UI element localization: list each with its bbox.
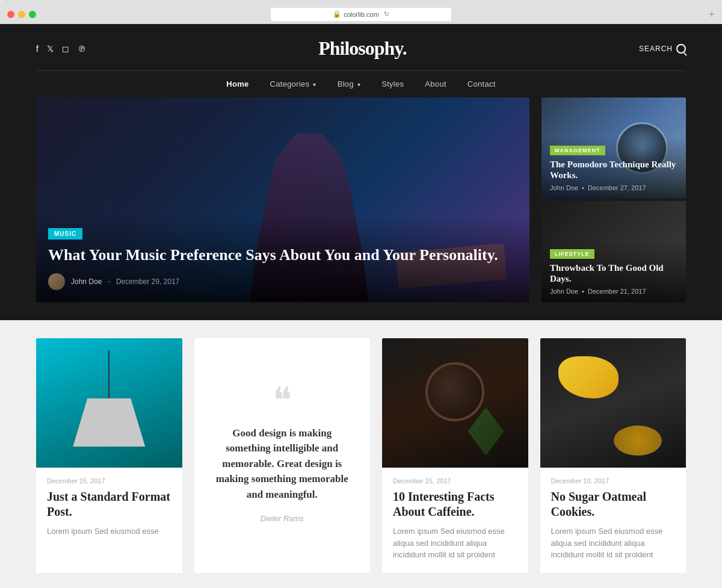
post-coffee-excerpt: Lorem ipsum Sed eiusmod esse aliqua sed … — [393, 525, 517, 561]
quote-text: Good design is making something intellig… — [209, 426, 356, 503]
hero-category-badge[interactable]: MUSIC — [48, 228, 82, 240]
blog-dropdown-arrow: ▾ — [357, 81, 360, 88]
post-coffee-title[interactable]: 10 Interesting Facts About Caffeine. — [393, 489, 517, 519]
url-text: colorlib.com — [344, 11, 379, 18]
post-lamp-date: December 15, 2017 — [47, 477, 171, 484]
address-bar[interactable]: 🔒 colorlib.com ↻ — [271, 8, 451, 21]
nav-item-contact[interactable]: Contact — [467, 78, 496, 89]
side-card-lifestyle-dot: • — [582, 288, 584, 295]
website-content: f 𝕏 ◻ ℗ Philosophy. SEARCH Home — [0, 24, 722, 588]
post-coffee-date: December 15, 2017 — [393, 477, 517, 484]
nav-item-styles[interactable]: Styles — [381, 78, 404, 89]
hero-meta: John Doe • December 29, 2017 — [48, 273, 517, 290]
search-icon — [676, 44, 686, 54]
header-top: f 𝕏 ◻ ℗ Philosophy. SEARCH — [36, 24, 686, 71]
hero-date: December 29, 2017 — [116, 277, 179, 286]
side-card-management-overlay: MANAGEMENT The Pomodoro Technique Really… — [542, 137, 686, 199]
minimize-button[interactable] — [18, 11, 25, 18]
post-card-cookies-body: December 10, 2017 No Sugar Oatmeal Cooki… — [540, 468, 687, 573]
side-card-management-dot: • — [582, 184, 584, 191]
side-card-lifestyle[interactable]: LIFESTYLE Throwback To The Good Old Days… — [542, 201, 686, 302]
hero-overlay: MUSIC What Your Music Preference Says Ab… — [36, 215, 529, 302]
post-card-lamp-image — [36, 338, 182, 468]
side-card-management-badge[interactable]: MANAGEMENT — [550, 146, 605, 155]
hero-side-cards: MANAGEMENT The Pomodoro Technique Really… — [542, 97, 686, 302]
quote-author: Dieter Rams — [261, 514, 304, 523]
content-section: December 15, 2017 Just a Standard Format… — [0, 320, 722, 588]
post-card-lamp[interactable]: December 15, 2017 Just a Standard Format… — [36, 338, 182, 573]
site-header: f 𝕏 ◻ ℗ Philosophy. SEARCH Home — [0, 24, 722, 97]
side-card-management-meta: John Doe • December 27, 2017 — [550, 184, 677, 191]
side-card-lifestyle-meta: John Doe • December 21, 2017 — [550, 288, 677, 295]
side-card-lifestyle-badge[interactable]: LIFESTYLE — [550, 249, 594, 259]
browser-buttons — [7, 11, 36, 18]
nav-item-categories[interactable]: Categories ▾ — [270, 78, 316, 89]
close-button[interactable] — [7, 11, 14, 18]
hero-author: John Doe — [71, 277, 102, 286]
nav-link-home[interactable]: Home — [226, 79, 248, 88]
nav-items: Home Categories ▾ Blog ▾ Styles — [226, 78, 496, 89]
hero-section: MUSIC What Your Music Preference Says Ab… — [0, 97, 722, 320]
side-card-lifestyle-overlay: LIFESTYLE Throwback To The Good Old Days… — [542, 240, 686, 302]
side-card-management-title: The Pomodoro Technique Really Works. — [550, 159, 677, 181]
post-card-cookies[interactable]: December 10, 2017 No Sugar Oatmeal Cooki… — [540, 338, 687, 573]
post-card-coffee-image — [382, 338, 528, 468]
side-card-lifestyle-date: December 21, 2017 — [588, 288, 646, 295]
nav-link-styles[interactable]: Styles — [381, 79, 404, 88]
post-card-coffee-body: December 15, 2017 10 Interesting Facts A… — [382, 468, 528, 573]
post-cookies-title[interactable]: No Sugar Oatmeal Cookies. — [551, 489, 676, 519]
quote-mark: ❝ — [273, 388, 292, 413]
social-icons: f 𝕏 ◻ ℗ — [36, 44, 86, 54]
side-card-lifestyle-author: John Doe — [550, 288, 578, 295]
nav-link-blog[interactable]: Blog ▾ — [338, 79, 360, 88]
add-tab-button[interactable]: + — [709, 9, 715, 20]
post-card-quote: ❝ Good design is making something intell… — [194, 338, 371, 573]
nav-link-contact[interactable]: Contact — [467, 79, 496, 88]
post-cookies-date: December 10, 2017 — [551, 477, 676, 484]
twitter-icon[interactable]: 𝕏 — [47, 44, 54, 54]
post-card-lamp-body: December 15, 2017 Just a Standard Format… — [36, 468, 182, 549]
nav-link-about[interactable]: About — [425, 79, 446, 88]
search-button[interactable]: SEARCH — [639, 44, 686, 54]
side-card-management-author: John Doe — [550, 184, 578, 191]
hero-main-card[interactable]: MUSIC What Your Music Preference Says Ab… — [36, 97, 529, 302]
nav-link-categories[interactable]: Categories ▾ — [270, 79, 316, 88]
nav-item-about[interactable]: About — [425, 78, 446, 89]
site-logo[interactable]: Philosophy. — [318, 37, 406, 60]
post-lamp-title[interactable]: Just a Standard Format Post. — [47, 489, 171, 519]
lock-icon: 🔒 — [333, 10, 341, 18]
author-avatar — [48, 273, 65, 290]
categories-dropdown-arrow: ▾ — [313, 81, 316, 88]
nav-item-home[interactable]: Home — [226, 78, 248, 89]
side-card-lifestyle-title: Throwback To The Good Old Days. — [550, 262, 677, 284]
hero-title[interactable]: What Your Music Preference Says About Yo… — [48, 246, 517, 264]
nav-item-blog[interactable]: Blog ▾ — [338, 78, 360, 89]
pinterest-icon[interactable]: ℗ — [78, 44, 86, 54]
side-card-management[interactable]: MANAGEMENT The Pomodoro Technique Really… — [542, 97, 686, 199]
hero-dot: • — [108, 279, 110, 285]
post-card-cookies-image — [540, 338, 687, 468]
maximize-button[interactable] — [29, 11, 36, 18]
instagram-icon[interactable]: ◻ — [62, 44, 69, 54]
browser-chrome: 🔒 colorlib.com ↻ + — [0, 0, 722, 24]
post-card-coffee[interactable]: December 15, 2017 10 Interesting Facts A… — [382, 338, 528, 573]
post-cookies-excerpt: Lorem ipsum Sed eiusmod esse aliqua sed … — [551, 525, 676, 561]
search-label: SEARCH — [639, 45, 673, 53]
site-nav: Home Categories ▾ Blog ▾ Styles — [36, 71, 686, 97]
facebook-icon[interactable]: f — [36, 44, 39, 54]
post-lamp-excerpt: Lorem ipsum Sed eiusmod esse — [47, 525, 171, 537]
side-card-management-date: December 27, 2017 — [588, 184, 646, 191]
refresh-icon[interactable]: ↻ — [384, 10, 389, 18]
